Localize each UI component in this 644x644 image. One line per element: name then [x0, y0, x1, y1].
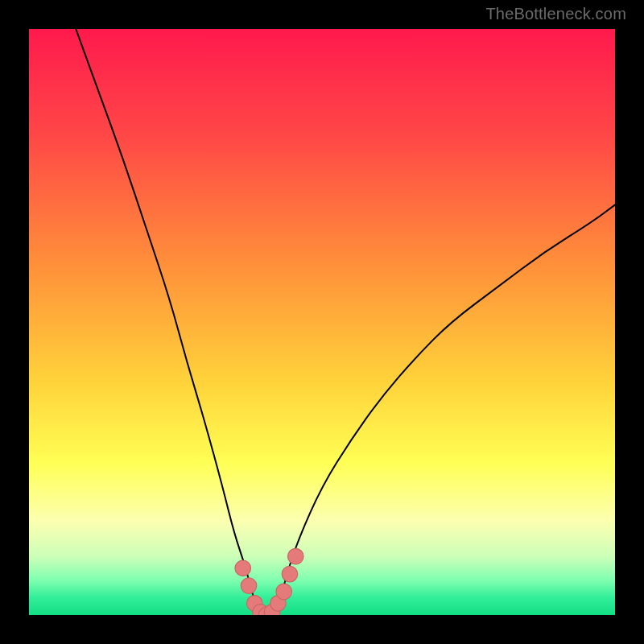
highlight-marker: [287, 548, 303, 564]
highlight-marker: [241, 578, 257, 594]
chart-frame: TheBottleneck.com: [0, 0, 644, 644]
bottleneck-curve: [29, 29, 615, 615]
plot-area: [29, 29, 615, 615]
watermark-text: TheBottleneck.com: [485, 5, 626, 23]
highlight-marker: [276, 584, 292, 600]
highlight-marker: [235, 560, 251, 576]
highlight-marker: [282, 566, 298, 582]
